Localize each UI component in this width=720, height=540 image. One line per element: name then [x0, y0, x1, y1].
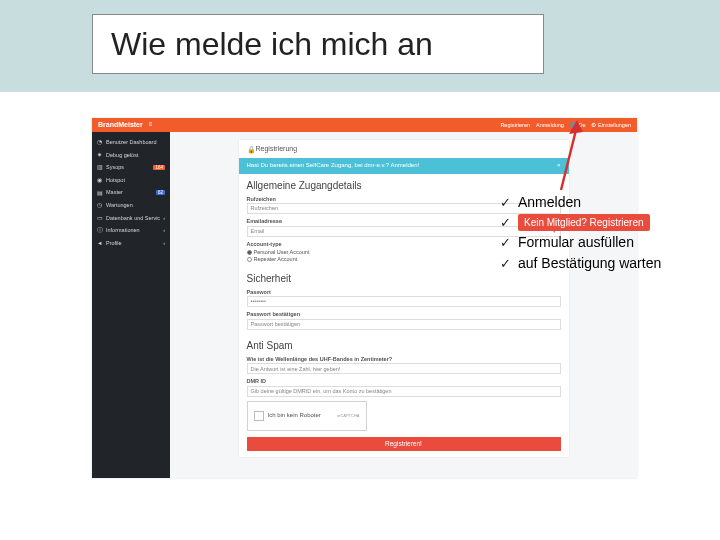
chevron-left-icon: ‹: [163, 227, 165, 234]
captcha-label: Ich bin kein Roboter: [268, 412, 321, 419]
sidebar-item-label: Hotspot: [106, 177, 125, 184]
sidebar-item-dashboard[interactable]: ◔Benutzer Dashboard: [92, 136, 170, 149]
checklist-item: ✓ auf Bestätigung warten: [500, 254, 700, 273]
server-icon: ▤: [97, 190, 103, 196]
sidebar-item-label: Debug gelöst: [106, 152, 138, 159]
label-password-confirm: Passwort bestätigen: [247, 311, 561, 318]
top-links: Registrieren Anmeldung 🌐 De ⚙ Einstellun…: [500, 122, 631, 129]
alert-text: Hast Du bereits einen SelfCare Zugang, b…: [247, 162, 420, 168]
sidebar: ◔Benutzer Dashboard ✷Debug gelöst ▥Sysop…: [92, 132, 170, 478]
register-badge: Kein Mitglied? Registrieren: [518, 214, 650, 232]
recaptcha-brand: reCAPTCHA: [337, 414, 360, 419]
settings-label: Einstellungen: [598, 122, 631, 128]
label-password: Passwort: [247, 289, 561, 296]
check-icon: ✓: [500, 194, 512, 212]
heading-antispam: Anti Spam: [247, 340, 561, 352]
submit-button[interactable]: Registrieren!: [247, 437, 561, 451]
info-icon: ⓘ: [97, 227, 103, 233]
sidebar-item-sysops[interactable]: ▥Sysops164: [92, 161, 170, 174]
sidebar-item-label: Datenbank und Servic: [106, 215, 160, 222]
heading-details: Allgemeine Zugangdetails: [247, 180, 561, 192]
app-body: ◔Benutzer Dashboard ✷Debug gelöst ▥Sysop…: [92, 132, 637, 478]
section-antispam: Anti Spam Wie ist die Wellenlänge des UH…: [239, 340, 569, 457]
captcha-checkbox-icon[interactable]: [254, 411, 264, 421]
app-top-bar: BrandMeister ≡ Registrieren Anmeldung 🌐 …: [92, 118, 637, 132]
slide-title-box: Wie melde ich mich an: [92, 14, 544, 74]
clock-icon: ◷: [97, 202, 103, 208]
close-icon[interactable]: ×: [557, 162, 561, 169]
radio-dot-icon: [247, 257, 252, 262]
placeholder-text: Gib deine gültige DMRID ein, um das Kont…: [251, 388, 392, 395]
sidebar-item-label: Benutzer Dashboard: [106, 139, 156, 146]
link-settings[interactable]: ⚙ Einstellungen: [591, 122, 631, 129]
sidebar-item-label: Sysops: [106, 164, 124, 171]
placeholder-text: Rufzeichen: [251, 205, 279, 212]
sidebar-item-profile[interactable]: ◄Profile‹: [92, 237, 170, 250]
input-password-confirm[interactable]: Passwort bestätigen: [247, 319, 561, 330]
checklist-item: ✓ Formular ausfüllen: [500, 233, 700, 252]
chevron-left-icon: ‹: [163, 215, 165, 222]
sidebar-item-debug[interactable]: ✷Debug gelöst: [92, 149, 170, 162]
checklist-text: Formular ausfüllen: [518, 233, 634, 252]
wifi-icon: ◉: [97, 177, 103, 183]
sidebar-item-label: Wartungen: [106, 202, 133, 209]
main-panel: 🔒 Registrierung Hast Du bereits einen Se…: [170, 132, 637, 478]
content-area: BrandMeister ≡ Registrieren Anmeldung 🌐 …: [92, 118, 637, 528]
badge: 62: [156, 190, 165, 195]
label-dmrid: DMR ID: [247, 378, 561, 385]
slide-title: Wie melde ich mich an: [111, 26, 433, 63]
check-icon: ✓: [500, 214, 512, 232]
sidebar-item-hotspot[interactable]: ◉Hotspot: [92, 174, 170, 187]
globe-icon[interactable]: 🌐 De: [570, 122, 586, 129]
app-screenshot: BrandMeister ≡ Registrieren Anmeldung 🌐 …: [92, 118, 637, 478]
link-register[interactable]: Registrieren: [500, 122, 530, 129]
badge: 164: [153, 165, 165, 170]
section-security: Sicherheit Passwort •••••••• Passwort be…: [239, 273, 569, 336]
chevron-left-icon: ‹: [163, 240, 165, 247]
gauge-icon: ◔: [97, 139, 103, 145]
sidebar-item-info[interactable]: ⓘInformationen‹: [92, 224, 170, 237]
user-icon: ◄: [97, 240, 103, 246]
selfcare-alert: Hast Du bereits einen SelfCare Zugang, b…: [239, 158, 569, 173]
radio-label: Personal User Account: [254, 249, 310, 255]
password-dots: ••••••••: [251, 298, 266, 305]
radio-dot-icon: [247, 250, 252, 255]
link-login[interactable]: Anmeldung: [536, 122, 564, 129]
db-icon: ▭: [97, 215, 103, 221]
bug-icon: ✷: [97, 152, 103, 158]
sidebar-item-label: Master: [106, 189, 123, 196]
registration-panel: 🔒 Registrierung Hast Du bereits einen Se…: [239, 140, 569, 457]
lock-icon: 🔒: [247, 146, 253, 152]
checklist-text: Anmelden: [518, 193, 581, 212]
lang-label: De: [578, 122, 585, 128]
slide-banner: Wie melde ich mich an: [0, 0, 720, 92]
panel-title: Registrierung: [256, 145, 298, 153]
sidebar-item-db[interactable]: ▭Datenbank und Servic‹: [92, 212, 170, 225]
check-icon: ✓: [500, 234, 512, 252]
sidebar-item-maint[interactable]: ◷Wartungen: [92, 199, 170, 212]
input-password[interactable]: ••••••••: [247, 296, 561, 307]
checklist-text: auf Bestätigung warten: [518, 254, 661, 273]
menu-icon[interactable]: ≡: [149, 121, 153, 128]
users-icon: ▥: [97, 164, 103, 170]
input-dmrid[interactable]: Gib deine gültige DMRID ein, um das Kont…: [247, 386, 561, 397]
checklist-item: ✓ Kein Mitglied? Registrieren: [500, 214, 700, 232]
sidebar-item-label: Informationen: [106, 227, 140, 234]
radio-label: Repeater Account: [254, 256, 298, 262]
checklist: ✓ Anmelden ✓ Kein Mitglied? Registrieren…: [500, 193, 700, 275]
panel-header: 🔒 Registrierung: [239, 140, 569, 158]
sidebar-item-master[interactable]: ▤Master62: [92, 186, 170, 199]
app-brand: BrandMeister: [98, 121, 143, 129]
placeholder-text: Email: [251, 228, 265, 235]
check-icon: ✓: [500, 255, 512, 273]
checklist-item: ✓ Anmelden: [500, 193, 700, 212]
placeholder-text: Die Antwort ist eine Zahl, hier geben!: [251, 366, 341, 373]
input-wave[interactable]: Die Antwort ist eine Zahl, hier geben!: [247, 363, 561, 374]
recaptcha[interactable]: Ich bin kein Roboter reCAPTCHA: [247, 401, 367, 431]
placeholder-text: Passwort bestätigen: [251, 321, 301, 328]
sidebar-item-label: Profile: [106, 240, 122, 247]
label-wave: Wie ist die Wellenlänge des UHF-Bandes i…: [247, 356, 561, 363]
